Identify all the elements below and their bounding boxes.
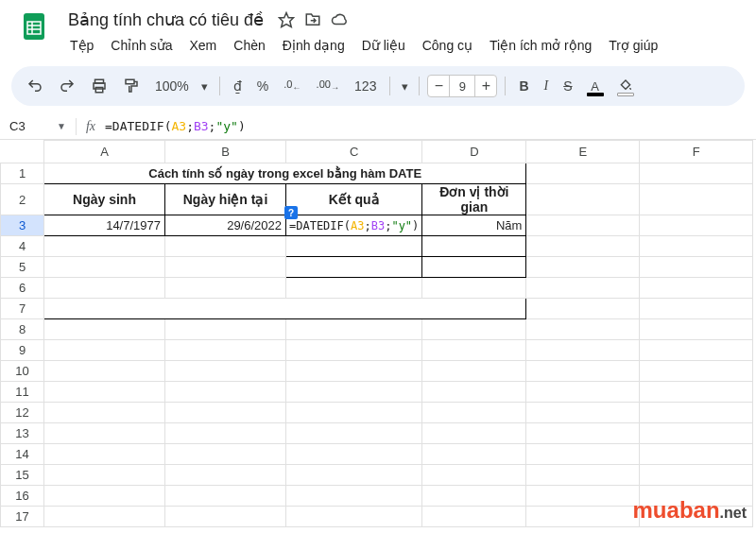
cell-C5[interactable]: [286, 257, 422, 278]
row-header-6[interactable]: 6: [1, 278, 44, 299]
menu-edit[interactable]: Chỉnh sửa: [103, 34, 180, 57]
cell-D2[interactable]: Đơn vị thời gian: [422, 184, 526, 215]
row-header-15[interactable]: 15: [1, 465, 44, 486]
cell-E7[interactable]: [526, 299, 640, 319]
col-header-D[interactable]: D: [422, 141, 526, 163]
cell-C3-active[interactable]: ? =DATEDIF(A3;B3;"y"): [286, 215, 422, 236]
cell-B2[interactable]: Ngày hiện tại: [165, 184, 286, 215]
select-all-corner[interactable]: [1, 141, 44, 163]
cloud-icon[interactable]: [330, 10, 349, 29]
name-box[interactable]: C3: [0, 119, 57, 133]
col-header-E[interactable]: E: [526, 141, 640, 163]
spreadsheet-grid[interactable]: A B C D E F 1 Cách tính số ngày trong ex…: [0, 140, 753, 527]
cell-E1[interactable]: [526, 163, 640, 184]
cell-B4[interactable]: [165, 236, 286, 257]
increase-decimal-button[interactable]: .00→: [311, 78, 345, 93]
row-header-3[interactable]: 3: [1, 215, 44, 236]
cell-B6[interactable]: [165, 278, 286, 299]
row-header-2[interactable]: 2: [1, 184, 44, 215]
cell-E3[interactable]: [526, 215, 640, 236]
cell-title[interactable]: Cách tính số ngày trong excel bằng hàm D…: [44, 163, 526, 184]
cell-D4[interactable]: [422, 236, 526, 257]
row-header-11[interactable]: 11: [1, 382, 44, 403]
col-header-A[interactable]: A: [44, 141, 165, 163]
bold-button[interactable]: B: [513, 78, 534, 94]
cell-A6[interactable]: [44, 278, 165, 299]
row-header-8[interactable]: 8: [1, 319, 44, 340]
zoom-level[interactable]: 100%: [149, 78, 195, 94]
col-header-C[interactable]: C: [286, 141, 422, 163]
row-header-5[interactable]: 5: [1, 257, 44, 278]
font-size-value[interactable]: 9: [449, 76, 475, 96]
row-header-7[interactable]: 7: [1, 299, 44, 319]
undo-icon[interactable]: [21, 72, 49, 100]
text-color-button[interactable]: A: [582, 73, 609, 99]
decrease-decimal-button[interactable]: .0←: [278, 78, 306, 93]
italic-button[interactable]: I: [539, 78, 555, 94]
strikethrough-button[interactable]: S: [558, 78, 577, 94]
cell-A3[interactable]: 14/7/1977: [44, 215, 165, 236]
number-format-button[interactable]: 123: [349, 78, 382, 94]
cell-F1[interactable]: [640, 163, 753, 184]
cell-A2[interactable]: Ngày sinh: [44, 184, 165, 215]
menu-format[interactable]: Định dạng: [275, 34, 352, 57]
menu-tools[interactable]: Công cụ: [415, 34, 480, 57]
menu-help[interactable]: Trợ giúp: [601, 34, 665, 57]
row-header-14[interactable]: 14: [1, 444, 44, 465]
menu-insert[interactable]: Chèn: [226, 34, 272, 57]
redo-icon[interactable]: [53, 72, 81, 100]
cell-B5[interactable]: [165, 257, 286, 278]
move-icon[interactable]: [303, 10, 322, 29]
row-header-4[interactable]: 4: [1, 236, 44, 257]
row-header-1[interactable]: 1: [1, 163, 44, 184]
cell-F7[interactable]: [640, 299, 753, 319]
formula-bar: C3 ▼ fx =DATEDIF(A3;B3;"y"): [0, 113, 756, 140]
menu-extensions[interactable]: Tiện ích mở rộng: [482, 34, 599, 57]
name-box-dropdown-icon[interactable]: ▼: [57, 121, 76, 131]
cell-D3[interactable]: Năm: [422, 215, 526, 236]
paint-format-icon[interactable]: [117, 72, 146, 100]
cell-F3[interactable]: [640, 215, 753, 236]
cell-A7-merged[interactable]: [44, 299, 526, 319]
zoom-dropdown-icon[interactable]: ▾: [198, 72, 212, 100]
cell-C6[interactable]: [286, 278, 422, 299]
font-dropdown-icon[interactable]: ▾: [398, 72, 411, 100]
formula-help-icon[interactable]: ?: [284, 206, 298, 219]
col-header-F[interactable]: F: [640, 141, 753, 163]
row-header-13[interactable]: 13: [1, 423, 44, 444]
print-icon[interactable]: [85, 72, 113, 100]
font-size-decrease[interactable]: −: [428, 77, 449, 95]
cell-F6[interactable]: [640, 278, 753, 299]
cell-F5[interactable]: [640, 257, 753, 278]
cell-F4[interactable]: [640, 236, 753, 257]
sheets-logo[interactable]: [15, 8, 53, 45]
cell-D6[interactable]: [422, 278, 526, 299]
cell-B3[interactable]: 29/6/2022: [165, 215, 286, 236]
cell-E4[interactable]: [526, 236, 640, 257]
menu-file[interactable]: Tệp: [62, 34, 101, 57]
cell-D5[interactable]: [422, 257, 526, 278]
menu-data[interactable]: Dữ liệu: [354, 34, 413, 57]
row-header-9[interactable]: 9: [1, 340, 44, 361]
cell-E2[interactable]: [526, 184, 640, 215]
star-icon[interactable]: [277, 10, 296, 29]
cell-C4[interactable]: [286, 236, 422, 257]
menu-view[interactable]: Xem: [182, 34, 225, 57]
row-header-12[interactable]: 12: [1, 403, 44, 423]
fill-color-button[interactable]: [612, 73, 639, 99]
cell-C2[interactable]: Kết quả: [286, 184, 422, 215]
formula-input[interactable]: =DATEDIF(A3;B3;"y"): [105, 119, 756, 133]
cell-E5[interactable]: [526, 257, 640, 278]
percent-button[interactable]: %: [251, 78, 274, 94]
col-header-B[interactable]: B: [165, 141, 286, 163]
cell-F2[interactable]: [640, 184, 753, 215]
row-header-16[interactable]: 16: [1, 486, 44, 507]
doc-title[interactable]: Bảng tính chưa có tiêu đề: [62, 8, 269, 32]
font-size-increase[interactable]: +: [475, 77, 496, 95]
row-header-17[interactable]: 17: [1, 507, 44, 527]
row-header-10[interactable]: 10: [1, 361, 44, 382]
cell-A4[interactable]: [44, 236, 165, 257]
currency-button[interactable]: ₫: [228, 78, 248, 94]
cell-E6[interactable]: [526, 278, 640, 299]
cell-A5[interactable]: [44, 257, 165, 278]
